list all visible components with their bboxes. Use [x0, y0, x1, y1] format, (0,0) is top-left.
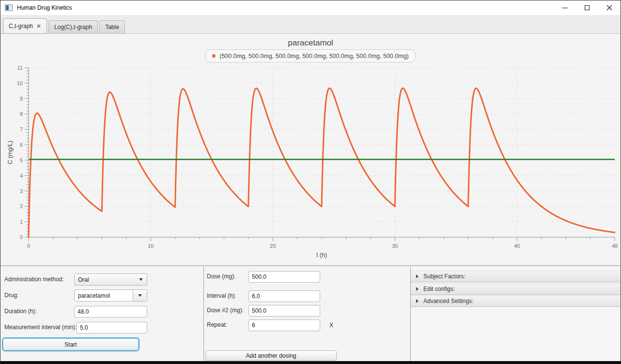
dosing-panel: Dose (mg): Interval (h): Dose #2 (mg): R…: [204, 267, 410, 361]
chart-canvas: 0123456789101101020304048t (h)C (mg/L): [0, 34, 621, 265]
svg-text:1: 1: [20, 219, 23, 225]
svg-text:9: 9: [20, 96, 23, 102]
tab-label: Table: [105, 24, 119, 30]
close-icon: [606, 5, 612, 11]
administration-method-label: Administration method:: [4, 273, 64, 286]
svg-text:10: 10: [17, 80, 23, 86]
svg-text:11: 11: [17, 65, 23, 71]
app-window: Human Drug Kinetics C,t-graph ✕ Log(C),t…: [0, 0, 621, 364]
svg-text:6: 6: [20, 142, 23, 148]
start-button[interactable]: Start: [3, 338, 139, 350]
chevron-down-icon: [139, 278, 143, 281]
svg-text:8: 8: [20, 111, 23, 117]
svg-text:7: 7: [20, 126, 23, 132]
administration-method-select[interactable]: Oral: [74, 273, 147, 286]
repeat-input[interactable]: [248, 319, 320, 331]
dose2-label: Dose #2 (mg):: [207, 304, 244, 317]
tab-ct-graph[interactable]: C,t-graph ✕: [3, 18, 47, 33]
drug-dropdown-button[interactable]: [133, 290, 147, 301]
minimize-icon: [562, 8, 568, 8]
chart-section: 0123456789101101020304048t (h)C (mg/L) p…: [0, 34, 621, 265]
tab-close-icon[interactable]: ✕: [36, 23, 41, 29]
administration-method-value: Oral: [75, 276, 139, 283]
window-title: Human Drug Kinetics: [17, 4, 72, 11]
minimize-button[interactable]: [554, 0, 576, 15]
expand-arrow-icon: [416, 287, 419, 291]
pane-label: Subject Factors:: [423, 273, 466, 280]
svg-text:30: 30: [392, 243, 398, 249]
duration-input[interactable]: [74, 306, 147, 318]
pane-label: Advanced Settings:: [423, 298, 473, 304]
svg-text:t (h): t (h): [316, 252, 327, 258]
settings-panel: Subject Factors: Edit configs: Advanced …: [411, 267, 621, 361]
dose-input[interactable]: [248, 271, 320, 283]
titlebar[interactable]: Human Drug Kinetics: [0, 0, 621, 15]
expand-arrow-icon: [416, 299, 419, 303]
interval-label: Interval (h):: [207, 290, 236, 302]
maximize-icon: [585, 5, 590, 10]
subject-factors-pane[interactable]: Subject Factors:: [411, 271, 621, 282]
svg-text:0: 0: [27, 243, 30, 249]
measurement-interval-input[interactable]: [77, 322, 147, 334]
pane-label: Edit configs:: [423, 286, 455, 292]
dose2-input[interactable]: [248, 305, 320, 317]
svg-text:C (mg/L): C (mg/L): [7, 141, 14, 165]
tab-label: Log(C),t-graph: [54, 24, 92, 30]
svg-text:10: 10: [148, 243, 154, 249]
advanced-settings-pane[interactable]: Advanced Settings:: [411, 295, 621, 307]
tab-table[interactable]: Table: [99, 20, 125, 33]
controls-area: Administration method: Oral Drug: parace…: [0, 267, 621, 361]
svg-text:48: 48: [612, 243, 618, 249]
legend-label: (500.0mg, 500.0mg, 500.0mg, 500.0mg, 500…: [219, 53, 409, 60]
legend-ring-icon: [212, 54, 216, 58]
chevron-down-icon: [138, 294, 142, 297]
expand-arrow-icon: [416, 274, 419, 278]
repeat-times-label: X: [329, 319, 333, 331]
svg-text:20: 20: [270, 243, 276, 249]
measurement-interval-label: Measurement interval (min):: [4, 321, 77, 334]
svg-text:4: 4: [20, 173, 23, 179]
svg-text:0: 0: [20, 234, 23, 240]
drug-select[interactable]: paracetamol: [74, 289, 147, 302]
drug-label: Drug:: [4, 289, 18, 302]
drug-value[interactable]: paracetamol: [75, 290, 133, 301]
tab-bar: C,t-graph ✕ Log(C),t-graph Table: [0, 15, 621, 34]
interval-input[interactable]: [248, 290, 320, 302]
svg-text:2: 2: [20, 203, 23, 209]
svg-text:3: 3: [20, 188, 23, 194]
app-icon: [5, 4, 13, 11]
tab-label: C,t-graph: [9, 23, 33, 30]
add-dosing-button[interactable]: Add another dosing: [205, 350, 337, 361]
chart-title: paracetamol: [0, 38, 621, 48]
svg-text:5: 5: [20, 157, 23, 163]
chart-legend: (500.0mg, 500.0mg, 500.0mg, 500.0mg, 500…: [205, 49, 416, 62]
duration-label: Duration (h):: [4, 305, 37, 318]
repeat-label: Repeat:: [207, 319, 227, 331]
tab-logct-graph[interactable]: Log(C),t-graph: [48, 20, 98, 33]
close-button[interactable]: [598, 0, 621, 15]
edit-configs-pane[interactable]: Edit configs:: [411, 283, 621, 295]
maximize-button[interactable]: [576, 0, 598, 15]
svg-text:40: 40: [514, 243, 520, 249]
simulation-panel: Administration method: Oral Drug: parace…: [0, 267, 203, 361]
dose-label: Dose (mg):: [207, 271, 235, 283]
